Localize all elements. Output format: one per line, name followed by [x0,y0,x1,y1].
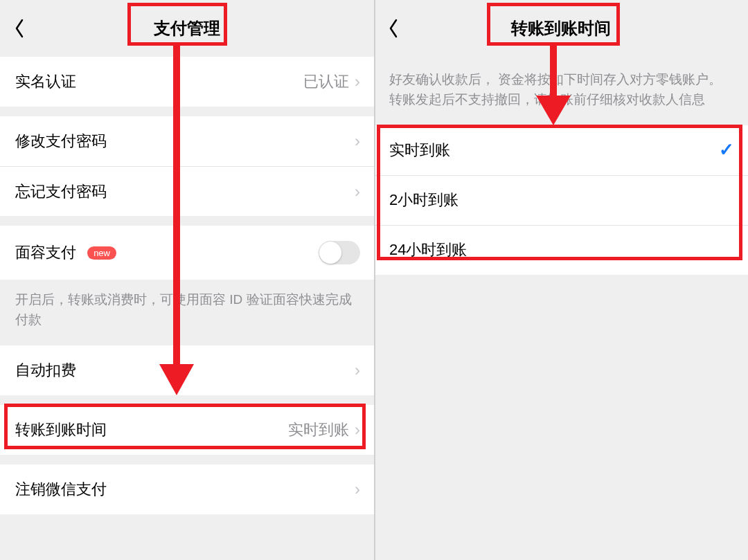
section-transfer-time: 转账到账时间 实时到账 › [0,405,374,455]
toggle-face-pay[interactable] [319,241,360,264]
row-change-password[interactable]: 修改支付密码 › [0,116,374,166]
section-facepay: 面容支付 new [0,226,374,280]
back-button[interactable] [386,0,400,57]
section-autodebit: 自动扣费 › [0,345,374,395]
page-title: 支付管理 [147,13,227,44]
row-label: 修改支付密码 [15,131,355,152]
header-left: 支付管理 [0,0,374,57]
row-label: 忘记支付密码 [15,181,355,202]
phone-right: 转账到账时间 好友确认收款后， 资金将按如下时间存入对方零钱账户。转账发起后不支… [374,0,748,560]
section-realname: 实名认证 已认证 › [0,57,374,107]
row-label: 自动扣费 [15,360,355,381]
row-value: 实时到账 [288,419,349,440]
chevron-right-icon: › [355,182,360,201]
row-label: 转账到账时间 [15,419,288,440]
row-forgot-password[interactable]: 忘记支付密码 › [0,166,374,216]
option-label: 2小时到账 [389,190,734,210]
phone-left: 支付管理 实名认证 已认证 › 修改支付密码 › 忘记支付密码 › [0,0,374,560]
page-title: 转账到账时间 [504,13,618,44]
badge-new: new [87,246,116,260]
header-right: 转账到账时间 [374,0,748,57]
tutorial-stage: 支付管理 实名认证 已认证 › 修改支付密码 › 忘记支付密码 › [0,0,748,560]
toggle-knob [319,242,341,264]
face-pay-hint: 开启后，转账或消费时，可使用面容 ID 验证面容快速完成付款 [0,280,374,345]
section-gap [0,455,374,464]
option-2h[interactable]: 2小时到账 [374,175,748,225]
row-label: 实名认证 [15,71,303,92]
check-icon: ✓ [719,139,734,161]
row-face-pay[interactable]: 面容支付 new [0,226,374,280]
chevron-right-icon: › [355,480,360,499]
section-close-account: 注销微信支付 › [0,464,374,514]
chevron-left-icon [386,17,400,39]
option-24h[interactable]: 24小时到账 [374,225,748,275]
row-close-account[interactable]: 注销微信支付 › [0,464,374,514]
row-label: 面容支付 new [15,242,319,263]
chevron-right-icon: › [355,72,360,91]
row-realname[interactable]: 实名认证 已认证 › [0,57,374,107]
phone-divider [374,0,375,560]
row-auto-debit[interactable]: 自动扣费 › [0,345,374,395]
transfer-time-hint: 好友确认收款后， 资金将按如下时间存入对方零钱账户。转账发起后不支持撤回，请转账… [374,57,748,125]
chevron-left-icon [12,17,26,39]
section-time-options: 实时到账 ✓ 2小时到账 24小时到账 [374,125,748,275]
section-gap [0,395,374,405]
row-label-text: 面容支付 [15,244,76,261]
option-label: 24小时到账 [389,240,734,260]
option-realtime[interactable]: 实时到账 ✓ [374,125,748,175]
chevron-right-icon: › [355,420,360,440]
row-transfer-time[interactable]: 转账到账时间 实时到账 › [0,405,374,455]
chevron-right-icon: › [355,361,360,380]
chevron-right-icon: › [355,132,360,151]
option-label: 实时到账 [389,140,719,161]
row-value: 已认证 [303,71,349,92]
back-button[interactable] [12,0,26,57]
row-label: 注销微信支付 [15,479,355,500]
section-gap [0,216,374,226]
section-password: 修改支付密码 › 忘记支付密码 › [0,116,374,216]
section-gap [0,107,374,116]
